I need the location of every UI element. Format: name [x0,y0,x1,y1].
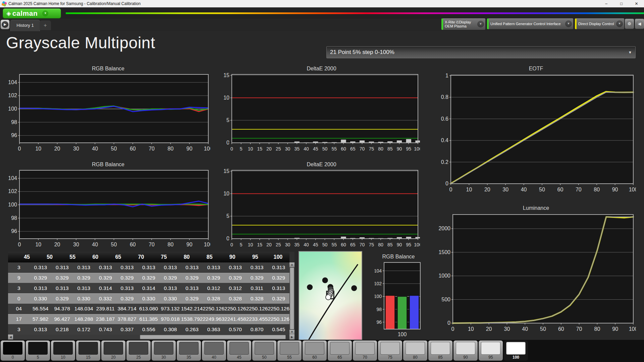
meter-dropdown-pattern-generator[interactable]: Unified Pattern Generator Control Interf… [487,18,573,29]
svg-text:10: 10 [468,326,474,332]
table-column-header: 75 [152,252,175,262]
maximize-button[interactable]: □ [614,0,629,7]
grayscale-patch-70[interactable]: 70 [353,341,377,361]
grayscale-patch-40[interactable]: 40 [202,341,226,361]
grayscale-patch-25[interactable]: 25 [126,341,151,361]
table-cell: 0.313 [246,264,268,270]
patch-swatch [28,342,48,355]
calman-logo-button[interactable]: ◈ calman ▼ [3,8,61,18]
svg-text:70: 70 [149,242,155,247]
patch-label: 10 [51,355,75,360]
chevron-down-icon[interactable]: ▼ [565,20,572,27]
svg-text:80: 80 [168,242,174,247]
add-tab-button[interactable]: + [40,20,51,30]
grayscale-patch-10[interactable]: 10 [51,341,75,361]
chevron-down-icon[interactable]: ▼ [477,21,484,27]
chevron-down-icon: ▼ [628,50,635,54]
vscroll-thumb[interactable] [290,267,294,329]
scroll-left-icon[interactable]: ◀ [8,335,13,340]
svg-text:100: 100 [8,202,17,207]
scroll-down-icon[interactable]: ▼ [289,330,294,335]
patch-swatch [204,342,224,355]
grayscale-patch-55[interactable]: 55 [277,341,302,361]
grayscale-patch-row: 0510152025303540455055606570758085909510… [1,341,528,361]
settings-button[interactable]: ⚙ [625,19,634,29]
patch-swatch [78,342,98,355]
chart-deltae-bottom: DeltaE 2000 0510150510152025303540455055… [223,162,420,249]
collapse-panel-button[interactable]: ◀ [635,19,644,29]
grayscale-patch-0[interactable]: 0 [1,341,25,361]
grayscale-patch-100[interactable]: 100 [504,341,528,361]
grayscale-patch-65[interactable]: 65 [328,341,352,361]
chevron-down-icon[interactable]: ▼ [616,20,623,27]
svg-text:90: 90 [397,242,402,247]
svg-text:100: 100 [8,106,17,112]
meter-label: Direct Display Control [577,21,616,26]
svg-text:70: 70 [360,242,365,247]
play-icon: ▶ [2,21,8,28]
table-cell: 2249.963 [203,316,224,322]
grayscale-patch-15[interactable]: 15 [76,341,100,361]
svg-text:10: 10 [248,242,253,247]
meter-dropdown-display-control[interactable]: Direct Display Control ▼ [575,18,624,29]
hscroll-thumb[interactable] [140,335,286,339]
table-cell: 0.313 [181,264,203,270]
patch-swatch [154,342,173,355]
page-title: Grayscale Multipoint [6,34,155,52]
table-cell: 0.314 [95,285,116,291]
minimize-button[interactable]: – [599,0,614,7]
close-button[interactable]: ✕ [629,0,644,7]
table-row: 00.3300.3290.3300.3320.3290.3300.3300.32… [8,293,289,304]
tab-history-1[interactable]: History 1 [10,20,40,31]
table-cell: 378.827 [116,316,138,322]
svg-text:100: 100 [414,146,420,152]
table-clipped-cell: 3 [8,264,30,270]
svg-text:60: 60 [341,242,346,247]
grayscale-patch-60[interactable]: 60 [303,341,327,361]
grayscale-patch-75[interactable]: 75 [378,341,402,361]
table-cell: 0.313 [30,285,52,291]
table-cell: 56.554 [30,306,51,312]
table-vertical-scrollbar[interactable]: ▲ ▼ [289,262,294,335]
svg-text:75: 75 [369,146,374,152]
table-cell: 0.329 [224,275,246,281]
grayscale-patch-35[interactable]: 35 [177,341,201,361]
chart-title: RGB Balance [6,66,210,73]
workflow-nav-button[interactable]: ▶ [1,20,9,29]
chart-title: Luminance [436,205,636,213]
table-cell: 0.313 [138,264,160,270]
svg-text:30: 30 [285,242,290,247]
table-cell: 384.714 [116,306,138,312]
logo-dropdown-icon[interactable]: ▼ [42,10,48,16]
cie-plot [299,252,362,340]
grayscale-patch-85[interactable]: 85 [428,341,452,361]
svg-text:85: 85 [387,242,393,247]
grayscale-patch-95[interactable]: 95 [479,341,503,361]
table-cell: 0.329 [268,296,289,302]
preset-dropdown[interactable]: 21 Point 5% step 0-100% ▼ [326,46,636,58]
svg-text:100: 100 [204,242,210,247]
grayscale-patch-90[interactable]: 90 [453,341,478,361]
grayscale-patch-45[interactable]: 45 [227,341,251,361]
patch-swatch [481,342,500,355]
table-cell: 0.313 [95,264,116,270]
chart-luminance: Luminance 050010001500200001020304050607… [436,205,636,333]
grayscale-patch-5[interactable]: 5 [26,341,50,361]
grayscale-patch-30[interactable]: 30 [152,341,176,361]
table-cell: 0.328 [246,296,268,302]
table-cell: 0.332 [95,296,116,302]
table-horizontal-scrollbar[interactable]: ◀ ▶ [8,335,294,340]
svg-text:50: 50 [322,242,328,247]
table-cell: 96.427 [51,316,73,322]
grayscale-patch-50[interactable]: 50 [252,341,276,361]
table-column-header: 45 [15,252,38,262]
scroll-right-icon[interactable]: ▶ [289,335,294,340]
scroll-up-icon[interactable]: ▲ [289,262,294,267]
meter-dropdown-colorimeter[interactable]: X-Rite i1Display OEM Plasma ▼ [441,18,485,30]
svg-text:5: 5 [240,146,243,152]
deltae-plot: 0510150510152025303540455055606570758085… [223,169,420,249]
table-cell: 0.313 [73,285,95,291]
grayscale-patch-20[interactable]: 20 [101,341,125,361]
svg-text:0: 0 [445,181,448,186]
grayscale-patch-80[interactable]: 80 [403,341,427,361]
